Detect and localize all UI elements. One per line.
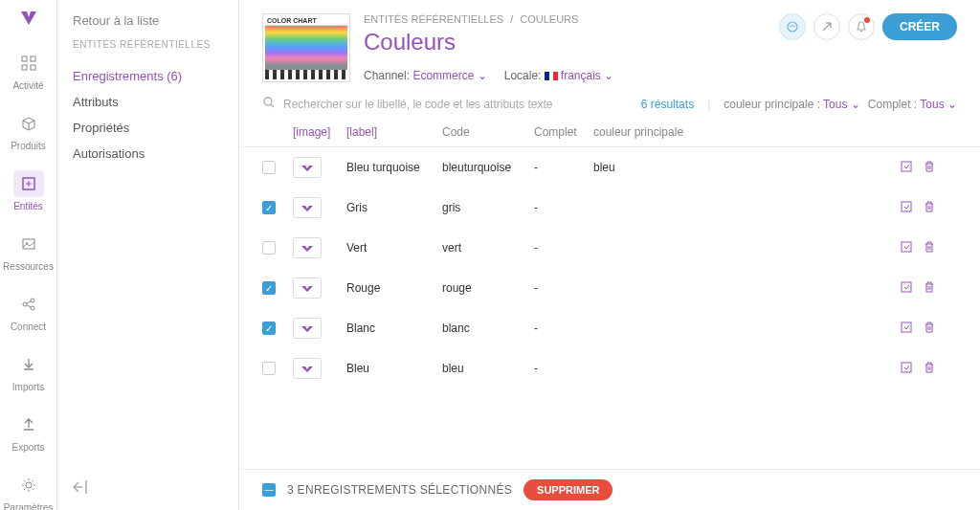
table-row[interactable]: Bleubleu- (239, 348, 980, 388)
svg-point-7 (23, 302, 27, 306)
delete-icon[interactable] (923, 361, 936, 377)
row-code: bleu (442, 362, 534, 375)
rail-paramètres[interactable]: Paramètres (0, 464, 57, 510)
back-link[interactable]: Retour à la liste (73, 13, 223, 28)
delete-icon[interactable] (923, 240, 936, 256)
delete-icon[interactable] (923, 160, 936, 176)
rail-label: Exports (12, 442, 45, 453)
chevron-down-icon: ⌄ (947, 98, 957, 111)
rail-entités[interactable]: Entités (0, 163, 57, 219)
svg-point-14 (788, 22, 797, 32)
rail-label: Paramètres (4, 502, 54, 510)
table-row[interactable]: ✓Grisgris- (239, 188, 980, 228)
svg-rect-20 (902, 322, 911, 332)
sidebar-section: ENTITÉS RÉFÉRENTIELLES (73, 39, 223, 50)
edit-icon[interactable] (900, 361, 913, 377)
app-logo[interactable] (17, 8, 40, 31)
row-checkbox[interactable]: ✓ (262, 322, 276, 335)
rail-label: Activité (12, 80, 43, 91)
col-code[interactable]: Code (442, 125, 534, 139)
row-checkbox[interactable] (262, 161, 276, 174)
col-principale[interactable]: couleur principale (593, 125, 900, 139)
edit-icon[interactable] (900, 321, 913, 337)
sidebar-item-3[interactable]: Autorisations (73, 141, 223, 166)
row-thumbnail (293, 157, 322, 178)
filter-complet[interactable]: Complet : Tous ⌄ (868, 98, 957, 111)
link-button[interactable] (813, 13, 840, 40)
notification-dot (864, 17, 870, 23)
svg-rect-19 (902, 282, 911, 292)
col-label[interactable]: [label] (346, 125, 442, 139)
table-row[interactable]: ✓Blancblanc- (239, 308, 980, 348)
image-icon (13, 231, 44, 257)
svg-point-9 (31, 306, 34, 310)
table-row[interactable]: Bleu turquoisebleuturquoise-bleu (239, 147, 980, 188)
footer-check-icon[interactable]: — (262, 483, 276, 497)
page-title: Couleurs (364, 29, 766, 55)
edit-icon[interactable] (900, 200, 913, 216)
gear-icon (13, 472, 44, 499)
edit-icon[interactable] (900, 240, 913, 256)
svg-rect-18 (902, 242, 911, 252)
notifications-button[interactable] (848, 13, 875, 40)
ai-button[interactable] (779, 13, 806, 40)
delete-icon[interactable] (923, 321, 936, 337)
rail-connect[interactable]: Connect (0, 283, 57, 340)
row-code: rouge (442, 281, 534, 295)
rail-ressources[interactable]: Ressources (0, 223, 57, 279)
col-complet[interactable]: Complet (534, 125, 593, 139)
sidebar-item-1[interactable]: Attributs (73, 89, 223, 115)
row-checkbox[interactable] (262, 241, 276, 255)
col-image[interactable]: [image] (293, 125, 346, 139)
svg-point-8 (31, 299, 34, 302)
rail-label: Imports (12, 382, 44, 392)
svg-rect-16 (902, 162, 911, 171)
row-complet: - (534, 281, 593, 295)
table-row[interactable]: ✓Rougerouge- (239, 268, 980, 308)
search-icon (262, 96, 276, 112)
sidebar-item-0[interactable]: Enregistrements (6) (73, 63, 223, 89)
rail-exports[interactable]: Exports (0, 404, 57, 460)
collapse-sidebar[interactable] (73, 480, 90, 497)
thumb-title: COLOR CHART (265, 16, 347, 26)
row-code: gris (442, 201, 534, 214)
row-checkbox[interactable]: ✓ (262, 201, 276, 214)
locale-selector[interactable]: Locale: français ⌄ (504, 69, 613, 82)
row-complet: - (534, 241, 593, 255)
row-label: Bleu turquoise (346, 161, 442, 174)
breadcrumb-parent[interactable]: ENTITÉS RÉFÉRENTIELLES (364, 13, 503, 25)
row-complet: - (534, 322, 593, 335)
delete-icon[interactable] (923, 200, 936, 216)
row-code: bleuturquoise (442, 161, 534, 174)
bracket-icon (13, 170, 44, 197)
row-label: Rouge (346, 281, 442, 295)
table-row[interactable]: Vertvert- (239, 228, 980, 268)
filter-principale[interactable]: couleur principale : Tous ⌄ (724, 98, 860, 111)
upload-icon (13, 411, 44, 438)
row-thumbnail (293, 318, 322, 339)
selection-count: 3 ENREGISTREMENTS SÉLECTIONNÉS (287, 483, 512, 497)
edit-icon[interactable] (900, 160, 913, 176)
row-label: Vert (346, 241, 442, 255)
row-checkbox[interactable] (262, 362, 276, 375)
rail-activité[interactable]: Activité (0, 42, 57, 99)
svg-rect-17 (902, 202, 911, 211)
row-checkbox[interactable]: ✓ (262, 281, 276, 295)
create-button[interactable]: CRÉER (882, 13, 957, 40)
search-input[interactable] (283, 98, 634, 111)
chevron-down-icon: ⌄ (604, 69, 613, 82)
row-thumbnail (293, 237, 322, 258)
rail-label: Produits (11, 141, 46, 151)
rail-imports[interactable]: Imports (0, 344, 57, 400)
delete-button[interactable]: SUPPRIMER (523, 479, 612, 500)
share-icon (13, 291, 44, 318)
delete-icon[interactable] (923, 280, 936, 297)
sidebar-item-2[interactable]: Propriétés (73, 115, 223, 141)
edit-icon[interactable] (900, 280, 913, 297)
channel-selector[interactable]: Channel: Ecommerce ⌄ (364, 69, 487, 82)
rail-produits[interactable]: Produits (0, 102, 57, 159)
box-icon (13, 110, 44, 137)
svg-point-10 (26, 482, 32, 488)
results-count: 6 résultats (641, 98, 694, 111)
entity-thumbnail: COLOR CHART (262, 13, 350, 82)
